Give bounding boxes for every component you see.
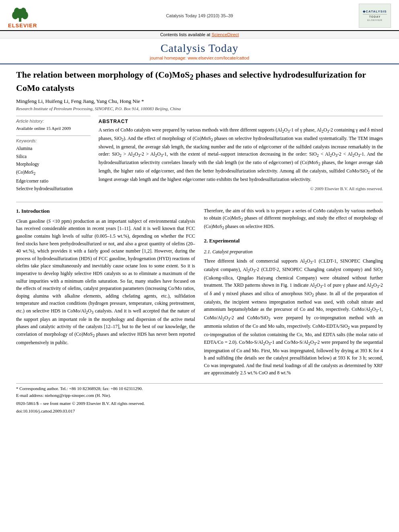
keyword-4: (Co)MoS2 bbox=[16, 168, 90, 177]
issn-line: 0920-5861/$ – see front matter © 2009 El… bbox=[16, 400, 383, 407]
elsevier-logo: ELSEVIER bbox=[8, 2, 44, 29]
abstract-label: ABSTRACT bbox=[99, 119, 383, 124]
keywords-box: Keywords: Alumina Silica Morphology (Co)… bbox=[16, 136, 90, 193]
body-left-col: 1. Introduction Clean gasoline (S <10 pp… bbox=[16, 207, 195, 377]
section1-heading: 1. Introduction bbox=[16, 207, 195, 215]
page: ELSEVIER Catalysis Today 149 (2010) 35–3… bbox=[0, 0, 399, 532]
keyword-3: Morphology bbox=[16, 160, 90, 168]
body-right-col: Therefore, the aim of this work is to pr… bbox=[204, 207, 383, 377]
article-available-online: Available online 15 April 2009 bbox=[16, 125, 90, 132]
sciencedirect-bar: Contents lists available at ScienceDirec… bbox=[0, 31, 399, 39]
keyword-5: Edge/corner ratio bbox=[16, 177, 90, 185]
article-history-box: Article history: Available online 15 Apr… bbox=[16, 116, 90, 132]
keywords-label: Keywords: bbox=[16, 138, 90, 143]
article-info-abstract: Article history: Available online 15 Apr… bbox=[16, 116, 383, 197]
section2-heading: 2. Experimental bbox=[204, 237, 383, 245]
footnote-area: * Corresponding author. Tel.: +86 10 823… bbox=[16, 383, 383, 414]
keyword-1: Alumina bbox=[16, 145, 90, 153]
footnote-email: E-mail address: niehong@ripp-sinopec.com… bbox=[16, 392, 383, 399]
body-two-col: 1. Introduction Clean gasoline (S <10 pp… bbox=[16, 207, 383, 377]
section2-sub-heading: 2.1. Catalyst preparation bbox=[204, 248, 383, 256]
section2-para: Three different kinds of commercial supp… bbox=[204, 257, 383, 377]
article-title: The relation between morphology of (Co)M… bbox=[16, 69, 383, 94]
article-authors: Mingfeng Li, Huifeng Li, Feng Jiang, Yan… bbox=[16, 98, 383, 105]
journal-homepage: journal homepage: www.elsevier.com/locat… bbox=[8, 55, 391, 60]
keywords-list: Alumina Silica Morphology (Co)MoS2 Edge/… bbox=[16, 145, 90, 193]
abstract-col: ABSTRACT A series of CoMo catalysts were… bbox=[99, 116, 383, 197]
journal-header: ELSEVIER Catalysis Today 149 (2010) 35–3… bbox=[0, 0, 399, 31]
keyword-6: Selective hydrodesulfurization bbox=[16, 185, 90, 193]
footnote-corresponding: * Corresponding author. Tel.: +86 10 823… bbox=[16, 385, 383, 392]
doi-line: doi:10.1016/j.cattod.2009.03.017 bbox=[16, 408, 383, 415]
section1-para: Clean gasoline (S <10 ppm) production as… bbox=[16, 218, 195, 347]
elsevier-text: ELSEVIER bbox=[8, 23, 37, 29]
section1-right-para: Therefore, the aim of this work is to pr… bbox=[204, 207, 383, 231]
abstract-box: ABSTRACT A series of CoMo catalysts were… bbox=[99, 116, 383, 191]
elsevier-tree-icon bbox=[8, 2, 32, 23]
sciencedirect-link: ScienceDirect bbox=[212, 32, 239, 37]
article-info-col: Article history: Available online 15 Apr… bbox=[16, 116, 90, 197]
article-history-label: Article history: bbox=[16, 119, 90, 123]
journal-citation: Catalysis Today 149 (2010) 35–39 bbox=[44, 12, 355, 19]
homepage-label: journal homepage: bbox=[150, 55, 187, 60]
catalysis-logo-img: ◆CATALYSIS TODAY ELSEVIER bbox=[359, 4, 391, 28]
svg-point-4 bbox=[14, 8, 20, 15]
journal-title-area: Catalysis Today journal homepage: www.el… bbox=[0, 39, 399, 62]
sciencedirect-label: Contents lists available at bbox=[160, 32, 212, 37]
svg-point-5 bbox=[21, 8, 26, 15]
copyright-line: © 2009 Elsevier B.V. All rights reserved… bbox=[99, 186, 383, 191]
article-affiliation: Research Institute of Petroleum Processi… bbox=[16, 106, 383, 111]
homepage-url: www.elsevier.com/locate/cattod bbox=[188, 55, 249, 60]
journal-title: Catalysis Today bbox=[8, 42, 391, 55]
cite-text: Catalysis Today 149 (2010) 35–39 bbox=[166, 13, 233, 18]
keyword-2: Silica bbox=[16, 153, 90, 161]
article-content: The relation between morphology of (Co)M… bbox=[0, 64, 399, 419]
catalysis-logo-box: ◆CATALYSIS TODAY ELSEVIER bbox=[355, 4, 391, 28]
abstract-text: A series of CoMo catalysts were prepared… bbox=[99, 126, 383, 183]
body-divider bbox=[16, 202, 383, 202]
